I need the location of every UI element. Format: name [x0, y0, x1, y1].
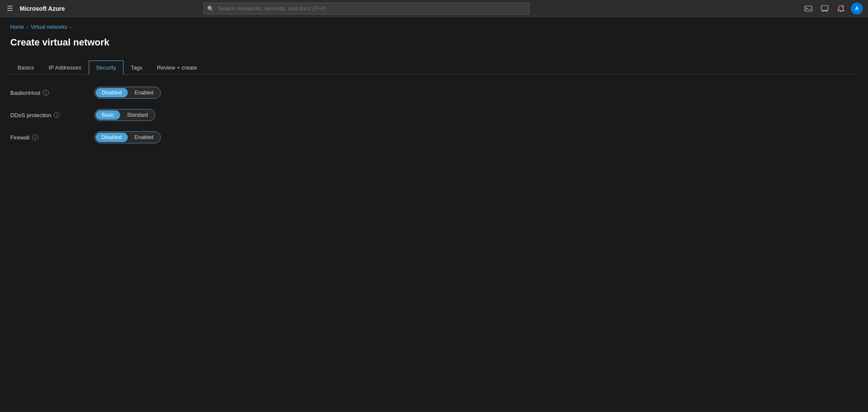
bastion-host-toggle: Disabled Enabled	[94, 87, 161, 99]
bastion-host-label-text: BastionHost	[10, 90, 40, 96]
bastion-host-info-icon[interactable]: i	[43, 90, 49, 96]
svg-rect-0	[805, 6, 812, 11]
firewall-label-text: Firewall	[10, 134, 30, 141]
main-content: Home › Virtual networks › Create virtual…	[0, 17, 868, 150]
feedback-icon-button[interactable]	[818, 3, 831, 14]
svg-point-3	[841, 5, 844, 8]
ddos-protection-label: DDoS protection i	[10, 112, 87, 118]
ddos-protection-label-text: DDoS protection	[10, 112, 51, 118]
breadcrumb-home[interactable]: Home	[10, 24, 24, 30]
firewall-enabled-btn[interactable]: Enabled	[129, 133, 160, 142]
page-title: Create virtual network	[10, 37, 858, 48]
tab-basics[interactable]: Basics	[10, 61, 41, 75]
tab-security[interactable]: Security	[89, 61, 124, 75]
breadcrumb-virtual-networks[interactable]: Virtual networks	[31, 24, 67, 30]
breadcrumb-separator-1: ›	[27, 24, 28, 30]
app-logo: Microsoft Azure	[20, 5, 65, 12]
topbar-actions: A	[802, 3, 863, 15]
firewall-toggle: Disabled Enabled	[94, 131, 161, 143]
security-form: BastionHost i Disabled Enabled DDoS prot…	[10, 87, 310, 143]
bastion-host-enabled-btn[interactable]: Enabled	[129, 88, 160, 97]
ddos-protection-toggle: Basic Standard	[94, 109, 155, 121]
hamburger-menu[interactable]: ☰	[5, 3, 15, 14]
tabs-container: Basics IP Addresses Security Tags Review…	[10, 60, 858, 75]
tab-tags[interactable]: Tags	[124, 61, 150, 75]
search-icon: 🔍	[207, 5, 214, 12]
search-bar: 🔍	[204, 3, 530, 15]
ddos-standard-btn[interactable]: Standard	[121, 110, 154, 120]
notification-icon-button[interactable]	[835, 3, 847, 14]
topbar: ☰ Microsoft Azure 🔍	[0, 0, 868, 17]
ddos-basic-btn[interactable]: Basic	[96, 110, 120, 120]
search-input[interactable]	[204, 3, 530, 15]
tab-review-create[interactable]: Review + create	[150, 61, 205, 75]
ddos-protection-info-icon[interactable]: i	[54, 112, 60, 118]
terminal-icon-button[interactable]	[802, 3, 815, 14]
avatar[interactable]: A	[851, 3, 863, 15]
breadcrumb: Home › Virtual networks ›	[10, 24, 858, 30]
firewall-info-icon[interactable]: i	[32, 134, 38, 140]
bastion-host-disabled-btn[interactable]: Disabled	[96, 88, 128, 97]
svg-rect-2	[821, 6, 828, 10]
ddos-protection-row: DDoS protection i Basic Standard	[10, 109, 310, 121]
breadcrumb-separator-2: ›	[70, 24, 72, 30]
bastion-host-row: BastionHost i Disabled Enabled	[10, 87, 310, 99]
bastion-host-label: BastionHost i	[10, 90, 87, 96]
tab-ip-addresses[interactable]: IP Addresses	[41, 61, 88, 75]
firewall-disabled-btn[interactable]: Disabled	[96, 133, 128, 142]
firewall-label: Firewall i	[10, 134, 87, 141]
firewall-row: Firewall i Disabled Enabled	[10, 131, 310, 143]
